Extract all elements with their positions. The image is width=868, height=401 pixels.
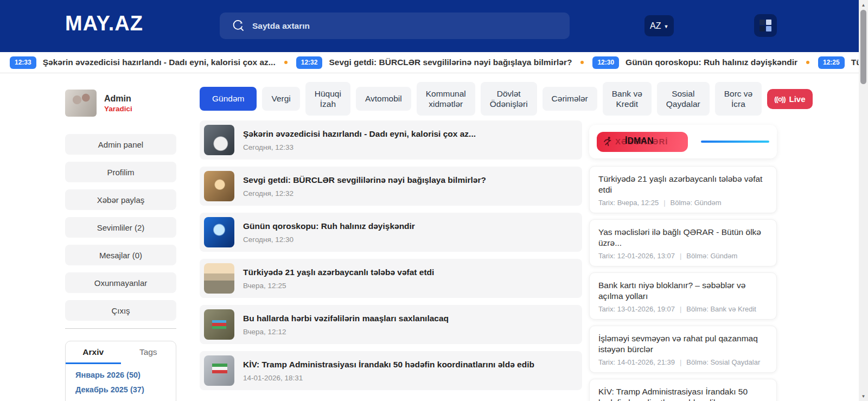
news-date: Вчера, 12:25 xyxy=(243,282,434,290)
news-meta-date: Tarix: 14-01-2026, 21:39 xyxy=(598,358,675,366)
category-tab[interactable]: Kommunal xidmətlər xyxy=(417,82,475,116)
news-list-item[interactable]: Şəkərin əvəzedicisi hazırlandı - Dadı ey… xyxy=(200,120,582,160)
archive-tabs: Arxiv Tags xyxy=(66,341,176,364)
news-list: Şəkərin əvəzedicisi hazırlandı - Dadı ey… xyxy=(200,120,582,390)
category-tab[interactable]: Dövlət Ödənişləri xyxy=(481,82,537,116)
ticker-item[interactable]: 12:30 Günün qoroskopu: Ruh halınız dəyiş… xyxy=(592,56,818,69)
popular-news-title: Bank kartı niyə bloklanır? – səbəblər və… xyxy=(598,280,768,302)
news-thumbnail xyxy=(204,263,234,294)
sidebar-divider xyxy=(65,328,176,329)
category-tab[interactable]: Sosial Qaydalar xyxy=(657,82,710,116)
ticker-headline: Günün qoroskopu: Ruh halınız dəyişkəndir xyxy=(626,58,797,67)
category-tab[interactable]: Cərimələr xyxy=(542,87,597,110)
category-tab[interactable]: Hüquqi İzah xyxy=(305,82,350,116)
news-date: 14-01-2026, 18:31 xyxy=(243,374,534,382)
news-list-item[interactable]: Türkiyədə 21 yaşlı azərbaycanlı tələbə v… xyxy=(200,259,582,298)
news-thumbnail xyxy=(204,217,234,247)
language-value: AZ xyxy=(650,21,661,31)
avatar[interactable] xyxy=(65,90,97,117)
scrollbar-down-arrow[interactable]: ▼ xyxy=(859,392,868,400)
category-tab[interactable]: Gündəm xyxy=(200,87,257,110)
popular-news-title: Yas məclisləri ilə bağlı QƏRAR - Bütün ö… xyxy=(598,227,768,249)
sidebar-menu-item[interactable]: Oxunmayanlar xyxy=(65,272,176,293)
search-input[interactable] xyxy=(252,21,561,31)
ticker-item[interactable]: 12:25 Türkiyədə 21 yaşlı azərbaycanlı tə… xyxy=(818,56,859,69)
archive-tab[interactable]: Tags xyxy=(121,341,176,364)
popular-news-item[interactable]: Türkiyədə 21 yaşlı azərbaycanlı tələbə v… xyxy=(589,166,777,213)
sidebar-menu-item[interactable]: Xəbər paylaş xyxy=(65,189,176,210)
language-selector[interactable]: AZ ▼ xyxy=(644,15,674,36)
popular-news-meta: Tarix: 14-01-2026, 21:39 | Bölmə: Sosial… xyxy=(598,358,768,366)
progress-line xyxy=(701,141,769,143)
sidebar-menu-item[interactable]: Profilim xyxy=(65,162,176,182)
apps-grid-button[interactable] xyxy=(754,14,777,37)
news-list-item[interactable]: Sevgi getdi: BÜRCLƏR sevgililərinə nəyi … xyxy=(200,167,582,206)
news-date: Сегодня, 12:32 xyxy=(243,189,486,198)
left-sidebar: Admin Yaradici Admin panel Profilim Xəbə… xyxy=(65,90,176,401)
site-logo[interactable]: MAY.AZ xyxy=(65,12,143,35)
popular-news-list: Türkiyədə 21 yaşlı azərbaycanlı tələbə v… xyxy=(589,166,777,401)
news-meta-date: Tarix: 13-01-2026, 19:07 xyxy=(598,305,675,313)
scrollbar[interactable]: ▲ ▼ xyxy=(859,0,868,401)
ticker-separator-dot xyxy=(580,61,584,64)
content-layout: Admin Yaradici Admin panel Profilim Xəbə… xyxy=(0,73,859,400)
sidebar-menu-item[interactable]: Sevimliler (2) xyxy=(65,217,176,238)
archive-card: Arxiv Tags Январь 2026 (50) Декабрь 2025… xyxy=(65,341,176,401)
category-tab[interactable]: Vergi xyxy=(262,87,299,110)
sidebar-menu-item[interactable]: Admin panel xyxy=(65,134,176,155)
ticker-time-badge: 12:30 xyxy=(592,56,619,69)
archive-tab[interactable]: Arxiv xyxy=(66,341,121,364)
ticker-time-badge: 12:25 xyxy=(818,56,845,69)
popular-news-item[interactable]: Yas məclisləri ilə bağlı QƏRAR - Bütün ö… xyxy=(589,219,777,266)
ticker-item[interactable]: 12:32 Sevgi getdi: BÜRCLƏR sevgililərinə… xyxy=(296,56,593,69)
category-tab[interactable]: Avtomobil xyxy=(356,87,411,110)
news-title: Günün qoroskopu: Ruh halınız dəyişkəndir xyxy=(243,221,415,231)
sidebar-menu-item[interactable]: Çıxış xyxy=(65,300,176,321)
popular-news-meta: Tarix: 13-01-2026, 19:07 | Bölmə: Bank v… xyxy=(598,305,768,313)
news-list-item[interactable]: KİV: Tramp Administrasiyası İrandakı 50 … xyxy=(200,351,582,390)
archive-month-link[interactable]: Январь 2026 (50) xyxy=(75,371,166,379)
news-title: Bu hallarda hərbi vəzifəlilərin maaşları… xyxy=(243,314,449,323)
category-tab[interactable]: Bank və Kredit xyxy=(603,82,652,116)
news-date: Сегодня, 12:33 xyxy=(243,143,476,151)
broadcast-icon: ((o)) xyxy=(774,95,785,103)
news-meta-section: Bölmə: Bank və Kredit xyxy=(686,305,756,313)
news-meta-section: Bölmə: Sosial Qaydalar xyxy=(686,358,760,366)
ticker-headline: Şəkərin əvəzedicisi hazırlandı - Dadı ey… xyxy=(43,58,276,67)
grid-icon xyxy=(760,20,771,31)
live-button[interactable]: ((o)) Live xyxy=(767,89,812,109)
ticker-item[interactable]: 12:33 Şəkərin əvəzedicisi hazırlandı - D… xyxy=(10,56,296,69)
popular-news-title: Türkiyədə 21 yaşlı azərbaycanlı tələbə v… xyxy=(598,174,768,196)
meta-separator: | xyxy=(663,199,665,207)
runner-icon xyxy=(602,136,614,148)
search-bar[interactable] xyxy=(220,12,570,39)
news-thumbnail xyxy=(204,125,234,155)
news-title: Şəkərin əvəzedicisi hazırlandı - Dadı ey… xyxy=(243,129,476,139)
ticker-time-badge: 12:33 xyxy=(10,56,36,69)
news-meta-date: Tarix: Вчера, 12:25 xyxy=(598,199,659,207)
popular-news-item[interactable]: KİV: Tramp Administrasiyası İrandakı 50 … xyxy=(589,379,777,401)
news-thumbnail xyxy=(204,355,234,386)
news-list-item[interactable]: Günün qoroskopu: Ruh halınız dəyişkəndir… xyxy=(200,213,582,252)
news-title: Türkiyədə 21 yaşlı azərbaycanlı tələbə v… xyxy=(243,268,434,277)
sport-news-button[interactable]: XƏBƏRLƏRİ İDMAN xyxy=(597,132,688,152)
news-title: KİV: Tramp Administrasiyası İrandakı 50 … xyxy=(243,360,534,370)
news-ticker: 12:33 Şəkərin əvəzedicisi hazırlandı - D… xyxy=(0,52,859,73)
archive-month-link[interactable]: Декабрь 2025 (37) xyxy=(75,385,166,394)
scrollbar-thumb[interactable] xyxy=(860,10,866,84)
meta-separator: | xyxy=(680,252,681,260)
news-meta-date: Tarix: 12-01-2026, 13:07 xyxy=(598,252,675,260)
news-list-item[interactable]: Bu hallarda hərbi vəzifəlilərin maaşları… xyxy=(200,305,582,344)
popular-news-item[interactable]: Bank kartı niyə bloklanır? – səbəblər və… xyxy=(589,272,777,320)
popular-news-meta: Tarix: Вчера, 12:25 | Bölmə: Gündəm xyxy=(598,199,768,207)
category-tab[interactable]: Borc və İcra xyxy=(715,82,762,116)
popular-news-item[interactable]: İşləməyi sevməyən və rahat pul qazanmaq … xyxy=(589,326,777,373)
sport-banner-front-text: İDMAN xyxy=(625,136,653,146)
sidebar-menu-item[interactable]: Mesajlar (0) xyxy=(65,245,176,265)
ticker-separator-dot xyxy=(284,61,288,64)
meta-separator: | xyxy=(680,358,681,366)
scrollbar-up-arrow[interactable]: ▲ xyxy=(859,1,868,9)
popular-news-title: KİV: Tramp Administrasiyası İrandakı 50 … xyxy=(598,386,768,401)
chevron-down-icon: ▼ xyxy=(663,24,668,29)
ticker-time-badge: 12:32 xyxy=(296,56,323,69)
